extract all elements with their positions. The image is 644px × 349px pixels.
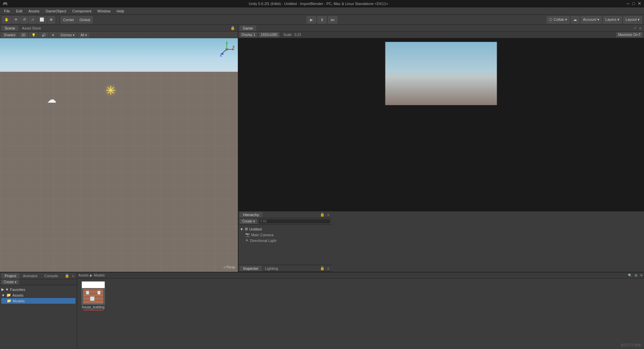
hierarchy-item-directional-light[interactable]: ☀ Directional Light [240,238,331,243]
scene-toolbar: Shaded 2D 💡 🔊 ✦ Gizmos ▾ All ▾ [0,32,238,38]
menu-help[interactable]: Help [114,8,127,14]
maximize-icon[interactable]: ⤢ [632,26,638,30]
app-icon: 🎮 [3,1,8,6]
game-panel-area: Game ⤢ ≡ Display 1 1920x1080 Scale 0.23 [238,25,644,211]
hand-tool[interactable]: ✋ [2,16,11,23]
play-button[interactable]: ▶ [307,16,316,23]
hier-lock-icon[interactable]: 🔒 [319,212,326,217]
insp-menu-icon[interactable]: ≡ [326,266,331,270]
tab-animator[interactable]: Animator [19,273,41,279]
hier-menu-icon[interactable]: ≡ [326,213,331,217]
space-button[interactable]: Global [77,16,93,23]
light-label: Directional Light [250,239,276,243]
tab-game[interactable]: Game [239,26,256,31]
menu-gameobject[interactable]: GameObject [43,8,69,14]
tab-lighting[interactable]: Lighting [262,266,281,271]
collab-label: Collab ▾ [554,17,567,22]
scene-game-area: Scene Asset Store 🔒 Shaded 2D 💡 🔊 ✦ Gizm… [0,25,238,272]
all-button[interactable]: All ▾ [78,33,89,38]
tab-asset-store[interactable]: Asset Store [18,26,44,31]
menu-edit[interactable]: Edit [13,8,25,14]
assets-label: Assets [12,293,23,297]
play-controls: ▶ ⏸ ⏭ [307,16,337,23]
shading-dropdown[interactable]: Shaded [1,33,17,38]
tab-project[interactable]: Project [1,273,19,279]
project-tree: ▶ ★ Favorites ▼ 📁 Assets 📁 Models [0,285,77,349]
step-button[interactable]: ⏭ [328,16,337,23]
lights-button[interactable]: 💡 [29,33,38,38]
menu-bar: File Edit Assets GameObject Component Wi… [0,7,644,15]
pivot-label: Center [63,18,74,22]
hierarchy-search[interactable] [259,219,331,224]
tree-models[interactable]: 📁 Models [1,298,75,304]
bottom-area: Project Animator Console 🔒 ≡ Create ▾ ▶ … [0,272,644,349]
account-button[interactable]: Account ▾ [581,16,602,23]
layers-button[interactable]: Layers ▾ [603,16,622,23]
display-label: Display 1 [241,33,255,37]
pause-button[interactable]: ⏸ [317,16,327,23]
asset-house-building[interactable]: house_building [80,281,107,310]
rect-tool[interactable]: ⬜ [37,16,47,23]
tab-inspector[interactable]: Inspector [240,266,262,271]
scale-tool[interactable]: ⤢ [29,16,37,23]
close-search-icon[interactable]: ✕ [640,273,643,277]
hierarchy-content: ▼ ⊞ Untitled 📷 Main Camera ☀ Directional… [238,225,332,245]
layout-label: Layout ▾ [626,17,640,22]
2d-button[interactable]: 2D [19,33,28,38]
proj-lock-icon[interactable]: 🔒 [63,273,71,278]
project-panel: Project Animator Console 🔒 ≡ Create ▾ ▶ … [0,272,77,349]
transform-tools: ✋ ✛ ↺ ⤢ ⬜ ⊕ [2,16,55,23]
fav-label: Favorites [10,288,25,292]
game-toolbar: Display 1 1920x1080 Scale 0.23 Maximize … [238,32,644,38]
asset-underline [83,310,103,310]
scene-expand-icon: ▼ [240,227,244,231]
hier-create-button[interactable]: Create ▾ [240,219,257,224]
proj-menu-icon[interactable]: ≡ [71,274,75,278]
display-dropdown[interactable]: Display 1 [239,32,257,37]
hierarchy-item-main-camera[interactable]: 📷 Main Camera [240,232,331,238]
project-toolbar: Create ▾ [0,279,77,285]
menu-icon[interactable]: ≡ [638,26,643,30]
tree-assets[interactable]: ▼ 📁 Assets [1,292,75,298]
breadcrumb-models[interactable]: Models [94,273,105,277]
minimize-button[interactable]: ─ [627,1,630,6]
hierarchy-scene: ▼ ⊞ Untitled [240,226,331,232]
menu-file[interactable]: File [1,8,13,14]
breadcrumb-assets[interactable]: Assets [78,273,89,277]
lock-icon[interactable]: 🔒 [229,26,236,30]
effects-button[interactable]: ✦ [49,33,57,38]
cloud-button[interactable]: ☁ [571,16,579,23]
assets-panel: Assets ▶ Models 🔍 ⊞ ✕ [77,272,644,349]
proj-create-button[interactable]: Create ▾ [1,280,19,285]
menu-component[interactable]: Component [69,8,94,14]
combo-tool[interactable]: ⊕ [47,16,55,23]
menu-window[interactable]: Window [95,8,113,14]
close-button[interactable]: ✕ [638,1,641,6]
move-tool[interactable]: ✛ [12,16,20,23]
collab-button[interactable]: ⬡ Collab ▾ [547,16,570,23]
tab-scene[interactable]: Scene [1,26,18,31]
layout-button[interactable]: Layout ▾ [623,16,642,23]
toolbar-right: ⬡ Collab ▾ ☁ Account ▾ Layers ▾ Layout ▾ [547,16,642,23]
fav-expand-icon: ▶ [1,287,4,292]
maximize-toggle[interactable]: Maximize On F [616,32,643,37]
camera-icon: 📷 [245,233,250,237]
house-window-1 [86,291,89,295]
resolution-dropdown[interactable]: 1920x1080 [259,32,279,37]
menu-assets[interactable]: Assets [26,8,42,14]
gizmos-button[interactable]: Gizmos ▾ [58,33,77,38]
filter-icon[interactable]: ⊞ [635,273,637,277]
search-icon[interactable]: 🔍 [628,273,632,277]
tab-hierarchy[interactable]: Hierarchy [240,212,262,217]
tree-favorites[interactable]: ▶ ★ Favorites [1,287,75,292]
account-label: Account ▾ [583,17,599,22]
assets-content: house_building [77,279,644,349]
rotate-tool[interactable]: ↺ [20,16,28,23]
insp-lock-icon[interactable]: 🔒 [319,266,326,270]
audio-button[interactable]: 🔊 [39,33,48,38]
scene-grid [0,38,238,272]
restore-button[interactable]: □ [632,1,635,6]
tab-console[interactable]: Console [41,273,61,279]
right-panels: Game ⤢ ≡ Display 1 1920x1080 Scale 0.23 [238,25,644,272]
pivot-button[interactable]: Center [61,16,76,23]
